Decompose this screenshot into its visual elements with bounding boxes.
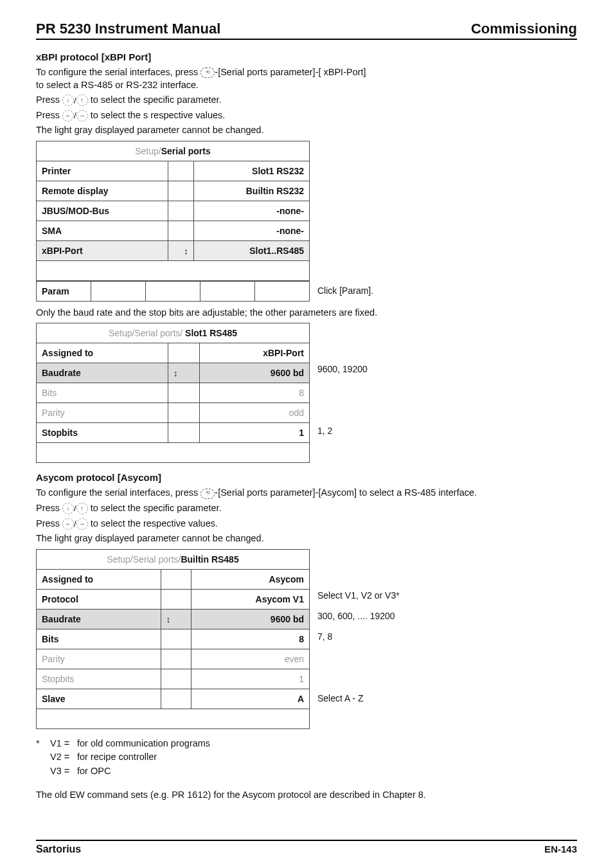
intro-text: To configure the serial interfaces, pres… (36, 487, 200, 498)
up-down-icon: ↕ (173, 371, 178, 376)
intro-text: to select the specific parameter. (91, 503, 222, 513)
row-label: xBPI-Port (37, 240, 168, 260)
row-label: Parity (37, 403, 168, 423)
annotation (317, 652, 577, 673)
row-label: Stopbits (37, 423, 168, 443)
intro-text: The light gray displayed parameter canno… (36, 532, 577, 545)
row-label: Baudrate (37, 363, 168, 383)
softkey-blank (146, 281, 200, 301)
annotation (317, 384, 577, 405)
annotation: Select A - Z (317, 693, 577, 714)
slot1-rs485-panel: Setup/Serial ports/ Slot1 RS485 Assigned… (36, 323, 310, 463)
footnote-definitions: *V1 =for old communication programs V2 =… (36, 737, 577, 779)
footer-left: Sartorius (36, 844, 81, 855)
setup-serial-ports-panel: Setup/Serial ports PrinterSlot1 RS232 Re… (36, 141, 310, 281)
row-label: Printer (37, 161, 168, 181)
page-header-left: PR 5230 Instrument Manual (36, 21, 220, 37)
section-heading-xbpi: xBPI protocol [xBPI Port] (36, 51, 577, 62)
row-value: even (191, 649, 309, 669)
closing-note: The old EW command sets (e.g. PR 1612) f… (36, 789, 577, 802)
up-down-icon: ↕ (166, 617, 171, 622)
left-right-arrows-icon: ←/→ (62, 518, 88, 530)
mid-note: Only the baud rate and the stop bits are… (36, 307, 577, 320)
row-label: Remote display (37, 181, 168, 201)
softkey-blank (91, 281, 146, 301)
row-value: Asycom V1 (191, 589, 309, 609)
annotation: 1, 2 (317, 426, 577, 446)
panel-title-bold: Serial ports (161, 146, 211, 156)
intro-text: Press (36, 518, 62, 529)
intro-text: To configure the serial interfaces, pres… (36, 67, 200, 77)
annotation: 9600, 19200 (317, 364, 577, 384)
intro-text: to select a RS-485 or RS-232 interface. (36, 80, 199, 90)
left-right-arrows-icon: ←/→ (62, 110, 88, 122)
annotation: 7, 8 (317, 631, 577, 652)
row-value: 8 (191, 629, 309, 649)
row-label: Slave (37, 689, 161, 709)
setup-icon: ⟲ (200, 68, 215, 78)
annotation (317, 673, 577, 693)
annotation: 300, 600, .... 19200 (317, 611, 577, 631)
row-label: Parity (37, 649, 161, 669)
panel-title-bold: Builtin RS485 (181, 554, 238, 565)
intro-text: to select the respective values. (91, 518, 218, 529)
row-value: 1 (191, 669, 309, 689)
row-label: Assigned to (37, 569, 161, 589)
intro-text: The light gray displayed parameter canno… (36, 124, 577, 137)
panel-title-bold: Slot1 RS485 (185, 328, 237, 338)
row-label: Bits (37, 629, 161, 649)
up-down-arrows-icon: ↓/↑ (62, 503, 88, 514)
softkey-blank (255, 281, 310, 301)
row-value: 9600 bd (200, 363, 310, 383)
annotation-param: Click [Param]. (317, 280, 577, 302)
row-value: Builtin RS232 (193, 181, 309, 201)
footer-right: EN-143 (544, 844, 577, 854)
row-value: odd (200, 403, 310, 423)
intro-text: -[Serial ports parameter]-[ xBPI-Port] (215, 67, 366, 77)
row-value: 9600 bd (191, 609, 309, 629)
row-label: Stopbits (37, 669, 161, 689)
intro-text: to select the s respective values. (91, 110, 226, 120)
intro-text: Press (36, 95, 62, 105)
row-value: Slot1 RS232 (193, 161, 309, 181)
panel-title-muted: Setup/Serial ports/ (109, 328, 185, 338)
panel-title-muted: Setup/ (135, 146, 161, 156)
builtin-rs485-panel: Setup/Serial ports/Builtin RS485 Assigne… (36, 549, 310, 729)
row-label: Protocol (37, 589, 161, 609)
annotation (317, 343, 577, 364)
annotation (317, 570, 577, 590)
annotation (317, 405, 577, 426)
row-label: Bits (37, 383, 168, 403)
annotation: Select V1, V2 or V3* (317, 590, 577, 611)
up-down-arrows-icon: ↓/↑ (62, 95, 88, 106)
intro-text: Press (36, 110, 62, 120)
softkey-param[interactable]: Param (37, 281, 91, 301)
section-heading-asycom: Asycom protocol [Asycom] (36, 472, 577, 483)
row-value: 8 (200, 383, 310, 403)
row-value: 1 (200, 423, 310, 443)
page-header-right: Commissioning (471, 21, 577, 37)
up-down-icon: ↕ (184, 249, 188, 254)
intro-text: Press (36, 503, 62, 513)
setup-icon: ⟲ (200, 489, 215, 499)
softkey-blank (200, 281, 255, 301)
row-value: -none- (193, 221, 309, 240)
intro-text: to select the specific parameter. (91, 95, 222, 105)
row-label: Baudrate (37, 609, 161, 629)
row-value: Slot1..RS485 (193, 240, 309, 260)
intro-text: -[Serial ports parameter]-[Asycom] to se… (215, 487, 477, 498)
row-label: Assigned to (37, 343, 168, 363)
row-value: -none- (193, 201, 309, 221)
panel-title-muted: Setup/Serial ports/ (107, 554, 181, 565)
row-value: xBPI-Port (200, 343, 310, 363)
row-value: A (191, 689, 309, 709)
row-label: SMA (37, 221, 168, 240)
row-value: Asycom (191, 569, 309, 589)
row-label: JBUS/MOD-Bus (37, 201, 168, 221)
